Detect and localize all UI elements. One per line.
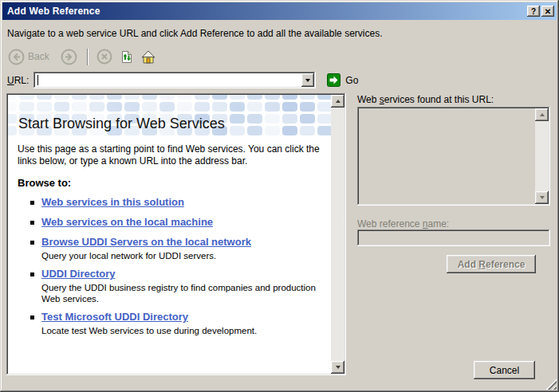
- add-reference-label: Add Reference: [458, 259, 526, 270]
- cancel-button[interactable]: Cancel: [474, 361, 535, 379]
- scroll-down-button[interactable]: [331, 361, 344, 374]
- go-button[interactable]: Go: [327, 73, 358, 87]
- back-label: Back: [28, 51, 49, 62]
- bullet-icon: [30, 221, 34, 225]
- bullet-icon: [30, 272, 34, 276]
- link-test-microsoft-uddi-directory[interactable]: Test Microsoft UDDI Directory: [41, 311, 188, 323]
- page-banner: Start Browsing for Web Services: [8, 95, 331, 136]
- dialog-instruction: Navigate to a web service URL and click …: [7, 28, 382, 39]
- page-title: Start Browsing for Web Services: [18, 116, 225, 132]
- list-item: Test Microsoft UDDI Directory Locate tes…: [29, 310, 320, 336]
- help-icon: ?: [531, 7, 536, 16]
- home-icon: [141, 50, 155, 64]
- scroll-down-icon: [336, 366, 341, 371]
- link-web-services-local-machine[interactable]: Web services on the local machine: [41, 216, 213, 228]
- url-dropdown-button[interactable]: [301, 73, 314, 87]
- go-label: Go: [345, 75, 358, 86]
- add-web-reference-dialog: Add Web Reference ? ✕ Navigate to a web …: [0, 0, 559, 392]
- link-list: Web services in this solution Web servic…: [18, 195, 320, 336]
- scrollbar-track[interactable]: [331, 108, 344, 361]
- stop-button: [96, 49, 112, 65]
- forward-icon: [61, 49, 77, 65]
- list-item: Browse UDDI Servers on the local network…: [29, 235, 320, 261]
- scrollbar-track: [535, 121, 549, 191]
- close-button[interactable]: ✕: [541, 6, 554, 17]
- web-reference-name-fieldbox: [357, 229, 550, 246]
- scroll-down-button: [535, 191, 549, 204]
- services-found-label: Web services found at this URL:: [357, 94, 494, 105]
- titlebar[interactable]: Add Web Reference ? ✕: [2, 2, 557, 20]
- toolbar-separator: [87, 49, 89, 65]
- browse-to-heading: Browse to:: [18, 177, 320, 189]
- list-item: Web services on the local machine: [29, 215, 320, 229]
- link-description: Locate test Web services to use during d…: [41, 325, 257, 336]
- link-browse-uddi-servers[interactable]: Browse UDDI Servers on the local network: [41, 236, 251, 248]
- listbox-scrollbar: [535, 108, 549, 204]
- url-bar: URL: Go: [7, 72, 358, 88]
- help-button[interactable]: ?: [527, 6, 540, 17]
- bullet-icon: [30, 201, 34, 205]
- window-title: Add Web Reference: [7, 6, 100, 17]
- link-web-services-in-solution[interactable]: Web services in this solution: [41, 196, 184, 208]
- back-icon: [8, 49, 25, 65]
- url-input[interactable]: [37, 74, 298, 86]
- url-combobox: [33, 72, 316, 88]
- refresh-icon: [120, 50, 133, 64]
- bullet-icon: [30, 241, 34, 245]
- scroll-up-button: [535, 108, 549, 121]
- browser-content: Start Browsing for Web Services Use this…: [8, 95, 331, 374]
- intro-text: Use this page as a starting point to fin…: [18, 143, 320, 167]
- home-button[interactable]: [141, 50, 155, 64]
- titlebar-buttons: ? ✕: [527, 6, 554, 17]
- back-button: Back: [8, 49, 49, 65]
- list-item: UDDI Directory Query the UDDI business r…: [29, 267, 320, 304]
- cancel-label: Cancel: [490, 365, 519, 376]
- browser-pane: Start Browsing for Web Services Use this…: [6, 93, 346, 375]
- web-reference-name-label: Web reference name:: [357, 218, 449, 229]
- go-icon: [327, 73, 341, 87]
- chevron-down-icon: [305, 79, 310, 84]
- scroll-up-button[interactable]: [331, 95, 344, 108]
- refresh-button[interactable]: [120, 50, 133, 64]
- stop-icon: [96, 49, 112, 65]
- link-description: Query your local network for UDDI server…: [41, 250, 251, 261]
- close-icon: ✕: [545, 7, 551, 16]
- resize-grip[interactable]: [545, 378, 557, 390]
- forward-button: [61, 49, 77, 65]
- url-label: URL:: [7, 75, 29, 86]
- link-uddi-directory[interactable]: UDDI Directory: [41, 268, 115, 280]
- web-reference-name-input: [360, 232, 547, 244]
- navigation-toolbar: Back: [8, 47, 163, 66]
- bullet-icon: [30, 316, 34, 319]
- add-reference-button: Add Reference: [447, 255, 536, 273]
- scroll-down-icon: [540, 196, 545, 202]
- services-listbox: [357, 107, 550, 206]
- browser-scrollbar[interactable]: [331, 95, 344, 374]
- scroll-up-icon: [336, 97, 341, 103]
- list-item: Web services in this solution: [29, 195, 320, 210]
- link-description: Query the UDDI business registry to find…: [41, 282, 320, 304]
- scroll-up-icon: [540, 111, 545, 116]
